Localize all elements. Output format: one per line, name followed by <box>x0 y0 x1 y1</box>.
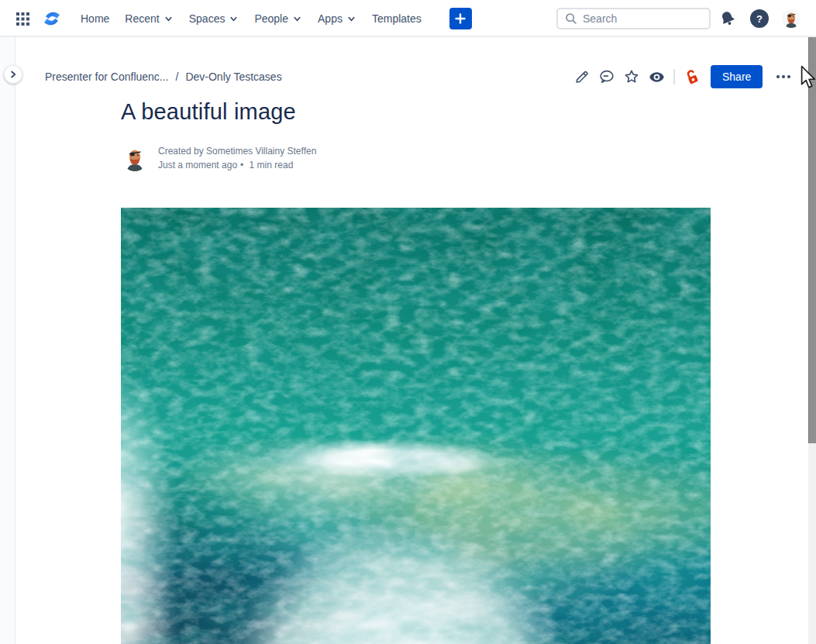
help-button[interactable]: ? <box>749 9 770 29</box>
chevron-down-icon <box>164 14 174 24</box>
favourite-button[interactable] <box>619 64 644 89</box>
page-actions: Share <box>570 64 795 89</box>
edit-button[interactable] <box>570 64 594 89</box>
nav-item-apps[interactable]: Apps <box>310 6 364 31</box>
search-input[interactable] <box>583 12 699 25</box>
nav-item-people[interactable]: People <box>246 6 310 31</box>
star-icon <box>623 68 640 85</box>
notifications-button[interactable] <box>718 9 738 29</box>
create-content-button[interactable] <box>449 8 472 29</box>
read-time-text: 1 min read <box>250 160 294 170</box>
pencil-icon <box>573 68 590 85</box>
collapsed-sidebar-rail <box>0 37 15 644</box>
chevron-down-icon <box>346 14 356 24</box>
chevron-right-icon <box>8 69 19 80</box>
breadcrumb-parent-link[interactable]: Dev-Only Testcases <box>185 71 281 83</box>
app-grid-icon <box>16 12 29 26</box>
restrictions-button[interactable] <box>680 64 704 89</box>
watch-button[interactable] <box>644 64 669 89</box>
created-by-text: Created by Sometimes Villainy Steffen <box>158 144 316 158</box>
time-ago-text: Just a moment ago <box>158 160 237 170</box>
top-navigation-bar: Home Recent Spaces People Apps Templates <box>0 0 816 37</box>
eye-icon <box>648 68 666 86</box>
breadcrumb-space-link[interactable]: Presenter for Confluenc... <box>45 71 169 83</box>
actions-divider <box>673 69 675 84</box>
scrollbar-thumb[interactable] <box>808 2 816 443</box>
share-button[interactable]: Share <box>711 65 763 88</box>
more-actions-button[interactable] <box>772 65 795 88</box>
breadcrumb-separator: / <box>176 71 179 83</box>
global-search[interactable] <box>556 8 711 29</box>
nav-item-templates[interactable]: Templates <box>364 6 429 31</box>
sidebar-expand-button[interactable] <box>4 65 22 84</box>
primary-nav: Home Recent Spaces People Apps Templates <box>73 6 429 31</box>
nav-item-home[interactable]: Home <box>73 6 117 31</box>
scrollbar-track[interactable] <box>808 0 816 644</box>
comment-button[interactable] <box>594 64 619 89</box>
nav-item-spaces[interactable]: Spaces <box>181 6 247 31</box>
app-switcher-button[interactable] <box>14 10 31 27</box>
nav-item-recent[interactable]: Recent <box>117 6 181 31</box>
avatar <box>782 9 801 28</box>
question-mark-icon: ? <box>750 9 769 28</box>
bell-icon <box>718 9 737 28</box>
ocean-texture <box>121 208 711 644</box>
confluence-page-view: Home Recent Spaces People Apps Templates <box>0 0 816 644</box>
chevron-down-icon <box>292 14 302 24</box>
plus-icon <box>454 12 467 25</box>
author-avatar[interactable] <box>122 145 148 171</box>
chevron-down-icon <box>229 14 239 24</box>
meta-separator: • <box>240 160 243 170</box>
byline-meta: Created by Sometimes Villainy Steffen Ju… <box>158 144 316 172</box>
page-image-aerial-ocean[interactable] <box>121 208 711 644</box>
breadcrumb: Presenter for Confluenc... / Dev-Only Te… <box>45 71 282 83</box>
page-title: A beautiful image <box>121 99 296 125</box>
unlocked-padlock-icon <box>683 68 701 86</box>
comment-bubble-icon <box>598 68 615 85</box>
byline: Created by Sometimes Villainy Steffen Ju… <box>122 144 316 172</box>
profile-avatar-button[interactable] <box>781 9 801 29</box>
confluence-logo-icon[interactable] <box>40 7 64 30</box>
search-icon <box>564 12 578 26</box>
